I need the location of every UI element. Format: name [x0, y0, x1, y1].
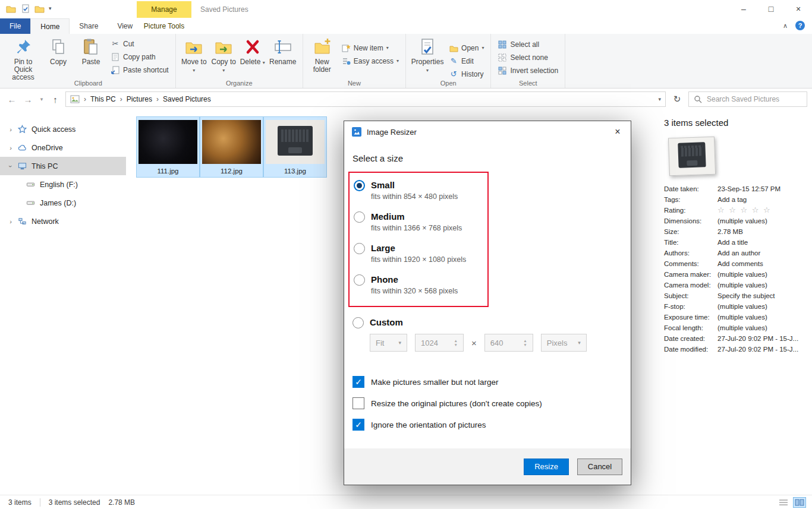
help-icon[interactable]: ?: [795, 21, 805, 30]
minimize-button[interactable]: –: [730, 0, 757, 18]
radio-custom[interactable]: [353, 317, 364, 328]
minimize-ribbon-icon[interactable]: ∧: [783, 22, 788, 30]
custom-width-input[interactable]: 1024 ▲▼: [415, 334, 464, 352]
select-none-button[interactable]: Select none: [495, 51, 561, 64]
recent-locations-caret-icon[interactable]: ▾: [38, 96, 45, 102]
size-option-large[interactable]: Largefits within 1920 × 1080 pixels: [354, 242, 487, 264]
search-icon: [693, 94, 703, 104]
cut-button[interactable]: ✂ Cut: [108, 37, 171, 50]
cancel-button[interactable]: Cancel: [577, 459, 622, 475]
qat-properties-icon[interactable]: [20, 4, 30, 13]
paste-button[interactable]: Paste: [75, 36, 106, 81]
expander-chevron-icon[interactable]: ›: [8, 144, 14, 151]
file-item-111-jpg[interactable]: 111.jpg: [136, 116, 200, 178]
search-box[interactable]: [688, 91, 807, 107]
breadcrumb-chevron-icon[interactable]: ›: [156, 95, 159, 103]
pin-to-quick-access-button[interactable]: Pin to Quick access: [5, 36, 41, 81]
fit-select[interactable]: Fit ▾: [370, 334, 407, 352]
spinner-arrows-icon[interactable]: ▲▼: [523, 339, 527, 347]
qat-customize-caret-icon[interactable]: ▾: [49, 5, 52, 11]
radio-phone[interactable]: [354, 274, 365, 286]
size-option-small[interactable]: Smallfits within 854 × 480 pixels: [354, 179, 487, 201]
details-value[interactable]: Add a title: [717, 237, 748, 248]
manage-contextual-tab[interactable]: Manage: [137, 1, 191, 18]
back-icon[interactable]: ←: [6, 94, 18, 105]
address-dropdown-caret-icon[interactable]: ▾: [658, 96, 661, 102]
move-to-button[interactable]: Move to ▾: [180, 36, 208, 74]
paste-label: Paste: [82, 58, 100, 66]
search-input[interactable]: [707, 95, 802, 103]
checkbox-row-make-pictures-smaller[interactable]: ✓Make pictures smaller but not larger: [353, 376, 622, 388]
size-option-description: fits within 1366 × 768 pixels: [371, 224, 462, 232]
history-button[interactable]: ↺ History: [446, 68, 486, 80]
expander-chevron-icon[interactable]: ›: [7, 163, 14, 169]
breadcrumb[interactable]: › This PC › Pictures › Saved Pictures ▾: [65, 91, 666, 107]
sidebar-item-network[interactable]: ›Network: [0, 212, 126, 230]
qat-new-folder-icon[interactable]: [34, 4, 45, 13]
new-item-button[interactable]: New item ▾: [339, 42, 401, 54]
size-option-label: Large: [371, 242, 466, 254]
details-value[interactable]: Specify the subject: [717, 290, 775, 301]
paste-shortcut-button[interactable]: Paste shortcut: [108, 64, 171, 76]
details-value[interactable]: ☆ ☆ ☆ ☆ ☆: [717, 205, 772, 216]
radio-medium[interactable]: [354, 211, 365, 223]
delete-button[interactable]: Delete ▾: [240, 36, 266, 74]
breadcrumb-pictures[interactable]: Pictures: [127, 95, 152, 103]
expander-chevron-icon[interactable]: ›: [8, 218, 14, 225]
size-option-custom[interactable]: Custom: [353, 317, 622, 328]
file-item-112-jpg[interactable]: 112.jpg: [200, 116, 263, 178]
expander-chevron-icon[interactable]: ›: [8, 126, 14, 133]
checkbox[interactable]: [353, 397, 364, 409]
tab-file[interactable]: File: [0, 18, 30, 34]
breadcrumb-chevron-icon[interactable]: ›: [120, 95, 122, 103]
forward-icon[interactable]: →: [22, 94, 34, 105]
copy-to-button[interactable]: Copy to ▾: [210, 36, 238, 74]
sidebar-item-onedrive[interactable]: ›OneDrive: [0, 138, 126, 157]
unit-select[interactable]: Pixels ▾: [541, 334, 587, 352]
checkbox[interactable]: ✓: [353, 419, 364, 431]
breadcrumb-this-pc[interactable]: This PC: [90, 95, 116, 103]
properties-button[interactable]: Properties ▾: [410, 36, 445, 80]
sidebar-item-english-f[interactable]: English (F:): [0, 175, 126, 194]
details-label: Focal length:: [664, 323, 717, 333]
details-value[interactable]: Add a tag: [717, 194, 747, 205]
picture-tools-contextual-label[interactable]: Picture Tools: [137, 19, 191, 33]
easy-access-button[interactable]: Easy access ▾: [339, 55, 401, 67]
checkbox-row-resize-the-original[interactable]: Resize the original pictures (don't crea…: [353, 397, 622, 409]
close-window-button[interactable]: ×: [785, 0, 812, 18]
select-all-button[interactable]: Select all: [495, 38, 561, 50]
sidebar-item-james-d[interactable]: James (D:): [0, 194, 126, 212]
checkbox-row-ignore-the-orientation[interactable]: ✓Ignore the orientation of pictures: [353, 419, 622, 431]
open-button[interactable]: Open ▾: [446, 42, 486, 54]
size-option-phone[interactable]: Phonefits within 320 × 568 pixels: [354, 274, 487, 295]
spinner-arrows-icon[interactable]: ▲▼: [454, 339, 458, 347]
size-option-medium[interactable]: Mediumfits within 1366 × 768 pixels: [354, 211, 487, 232]
details-value[interactable]: Add comments: [717, 258, 763, 269]
new-folder-button[interactable]: New folder: [307, 36, 337, 74]
refresh-icon[interactable]: ↻: [670, 91, 684, 107]
radio-small[interactable]: [354, 180, 365, 191]
invert-selection-button[interactable]: Invert selection: [495, 64, 561, 77]
checkbox[interactable]: ✓: [353, 376, 364, 388]
thumbnail-view-toggle[interactable]: [793, 497, 806, 508]
sidebar-item-quick-access[interactable]: ›Quick access: [0, 120, 126, 138]
custom-height-input[interactable]: 640 ▲▼: [484, 334, 533, 352]
maximize-button[interactable]: □: [757, 0, 785, 18]
sidebar-item-this-pc[interactable]: ›This PC: [0, 157, 126, 175]
file-item-113-jpg[interactable]: 113.jpg: [263, 116, 327, 178]
details-value[interactable]: Add an author: [717, 248, 760, 258]
details-value: (multiple values): [717, 216, 767, 226]
resize-button[interactable]: Resize: [524, 459, 569, 475]
up-icon[interactable]: ↑: [49, 94, 61, 105]
edit-button[interactable]: ✎ Edit: [446, 55, 486, 67]
copy-path-button[interactable]: Copy path: [108, 50, 171, 63]
breadcrumb-saved-pictures[interactable]: Saved Pictures: [163, 95, 211, 103]
copy-button[interactable]: Copy: [43, 36, 74, 81]
radio-large[interactable]: [354, 243, 365, 254]
details-header: 3 items selected: [664, 118, 808, 128]
tab-home[interactable]: Home: [30, 18, 70, 34]
details-view-toggle[interactable]: [777, 497, 790, 508]
rename-button[interactable]: Rename: [267, 36, 298, 74]
tab-share[interactable]: Share: [70, 18, 108, 34]
dialog-close-icon[interactable]: ×: [608, 123, 627, 141]
